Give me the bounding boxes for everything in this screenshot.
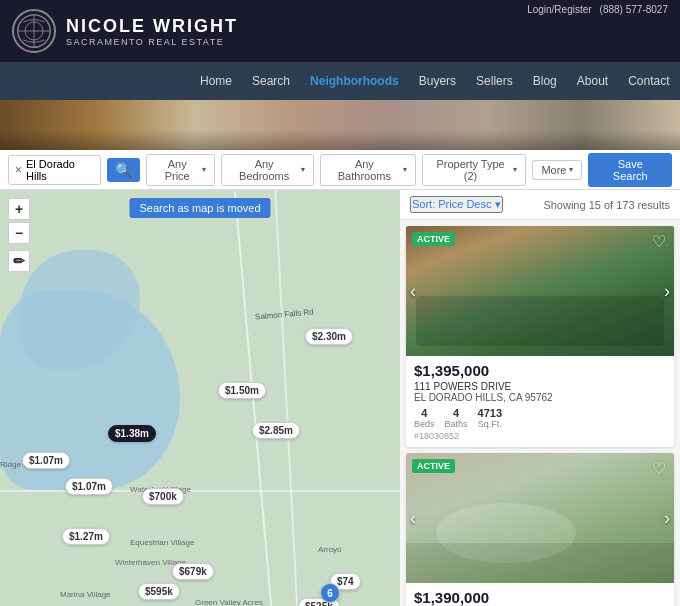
listing-nav-right-2[interactable]: › bbox=[664, 508, 670, 529]
listing-nav-right-1[interactable]: › bbox=[664, 281, 670, 302]
road-label-1: Salmon Falls Rd bbox=[255, 307, 314, 321]
listing-heart-1[interactable]: ♡ bbox=[652, 232, 666, 251]
logo-area: NICOLE WRIGHT SACRAMENTO REAL ESTATE bbox=[12, 9, 238, 53]
listing-card-2[interactable]: ACTIVE ♡ ‹ › $1,390,000 4670 GRESHAM DRI… bbox=[406, 453, 674, 606]
listing-image-1: ACTIVE ♡ ‹ › bbox=[406, 226, 674, 356]
logo-sub: SACRAMENTO REAL ESTATE bbox=[66, 37, 238, 47]
listing-badge-2: ACTIVE bbox=[412, 459, 455, 473]
price-arrow: ▾ bbox=[202, 165, 206, 174]
listing-info-1: $1,395,000 111 POWERS DRIVE EL DORADO HI… bbox=[406, 356, 674, 447]
zoom-in-button[interactable]: + bbox=[8, 198, 30, 220]
nav-item-search[interactable]: Search bbox=[242, 62, 300, 100]
price-bubble-dot-6[interactable]: 6 bbox=[320, 583, 340, 603]
village-label-marina: Marina Village bbox=[60, 590, 111, 599]
type-arrow: ▾ bbox=[513, 165, 517, 174]
filter-property-type[interactable]: Property Type (2) ▾ bbox=[422, 154, 527, 186]
village-label-arroyo: Arroyo bbox=[318, 545, 342, 554]
listing-mls-1: #18030852 bbox=[414, 431, 666, 441]
logo-name: NICOLE WRIGHT bbox=[66, 16, 238, 37]
save-search-button[interactable]: Save Search bbox=[588, 153, 672, 187]
listing-stats-1: 4 Beds 4 Baths 4713 Sq.Ft. bbox=[414, 407, 666, 429]
nav-item-home[interactable]: Home bbox=[190, 62, 242, 100]
listing-info-2: $1,390,000 4670 GRESHAM DRIVE EL DORADO … bbox=[406, 583, 674, 606]
more-arrow: ▾ bbox=[569, 165, 573, 174]
nav-item-contact[interactable]: Contact bbox=[618, 62, 679, 100]
listing-image-2: ACTIVE ♡ ‹ › bbox=[406, 453, 674, 583]
baths-arrow: ▾ bbox=[403, 165, 407, 174]
filter-price[interactable]: Any Price ▾ bbox=[146, 154, 215, 186]
main-nav: Home Search Neighborhoods Buyers Sellers… bbox=[0, 62, 680, 100]
listings-header: Sort: Price Desc ▾ Showing 15 of 173 res… bbox=[400, 190, 680, 220]
price-bubble-107m-1[interactable]: $1.07m bbox=[22, 452, 70, 469]
price-bubble-595k[interactable]: $595k bbox=[138, 583, 180, 600]
price-bubble-679k[interactable]: $679k bbox=[172, 563, 214, 580]
map-controls: + − ✏ bbox=[8, 198, 30, 272]
listing-price-2: $1,390,000 bbox=[414, 589, 666, 606]
nav-item-sellers[interactable]: Sellers bbox=[466, 62, 523, 100]
listing-card-1[interactable]: ACTIVE ♡ ‹ › $1,395,000 111 POWERS DRIVE… bbox=[406, 226, 674, 447]
main-content: Salmon Falls Rd Green Valley Rd Agena Wa… bbox=[0, 190, 680, 606]
listing-nav-left-1[interactable]: ‹ bbox=[410, 281, 416, 302]
filter-bedrooms[interactable]: Any Bedrooms ▾ bbox=[221, 154, 314, 186]
search-as-moved-button[interactable]: Search as map is moved bbox=[129, 198, 270, 218]
price-bubble-127m[interactable]: $1.27m bbox=[62, 528, 110, 545]
logo-icon bbox=[12, 9, 56, 53]
listings-area: Sort: Price Desc ▾ Showing 15 of 173 res… bbox=[400, 190, 680, 606]
sort-button[interactable]: Sort: Price Desc ▾ bbox=[410, 196, 503, 213]
search-bar: × El Dorado Hills 🔍 Any Price ▾ Any Bedr… bbox=[0, 150, 680, 190]
listing-heart-2[interactable]: ♡ bbox=[652, 459, 666, 478]
village-label-equestrian: Equestrian Village bbox=[130, 538, 194, 547]
location-remove[interactable]: × bbox=[15, 163, 22, 177]
beds-arrow: ▾ bbox=[301, 165, 305, 174]
listing-nav-left-2[interactable]: ‹ bbox=[410, 508, 416, 529]
nav-item-neighborhoods[interactable]: Neighborhoods bbox=[300, 62, 409, 100]
listing-baths-1: 4 Baths bbox=[445, 407, 468, 429]
logo-text: NICOLE WRIGHT SACRAMENTO REAL ESTATE bbox=[66, 16, 238, 47]
location-tag: × El Dorado Hills bbox=[8, 155, 101, 185]
price-bubble-107m-2[interactable]: $1.07m bbox=[65, 478, 113, 495]
nav-item-buyers[interactable]: Buyers bbox=[409, 62, 466, 100]
listing-city-1: EL DORADO HILLS, CA 95762 bbox=[414, 392, 666, 403]
price-bubble-230m[interactable]: $2.30m bbox=[305, 328, 353, 345]
filter-bathrooms[interactable]: Any Bathrooms ▾ bbox=[320, 154, 416, 186]
listing-price-1: $1,395,000 bbox=[414, 362, 666, 379]
listing-sqft-1: 4713 Sq.Ft. bbox=[478, 407, 502, 429]
price-bubble-285m[interactable]: $2.85m bbox=[252, 422, 300, 439]
listing-badge-1: ACTIVE bbox=[412, 232, 455, 246]
login-link[interactable]: Login/Register bbox=[527, 4, 591, 15]
map-search-button[interactable]: 🔍 bbox=[107, 158, 140, 182]
price-bubble-138m[interactable]: $1.38m bbox=[108, 425, 156, 442]
phone-number: (888) 577-8027 bbox=[600, 4, 668, 15]
header: NICOLE WRIGHT SACRAMENTO REAL ESTATE Log… bbox=[0, 0, 680, 62]
listing-address-1: 111 POWERS DRIVE bbox=[414, 381, 666, 392]
listing-beds-1: 4 Beds bbox=[414, 407, 435, 429]
hero-strip bbox=[0, 100, 680, 150]
zoom-out-button[interactable]: − bbox=[8, 222, 30, 244]
nav-item-about[interactable]: About bbox=[567, 62, 618, 100]
price-bubble-150m[interactable]: $1.50m bbox=[218, 382, 266, 399]
edit-button[interactable]: ✏ bbox=[8, 250, 30, 272]
price-bubble-700k-1[interactable]: $700k bbox=[142, 488, 184, 505]
nav-item-blog[interactable]: Blog bbox=[523, 62, 567, 100]
header-right: Login/Register (888) 577-8027 bbox=[527, 4, 668, 15]
map-area[interactable]: Salmon Falls Rd Green Valley Rd Agena Wa… bbox=[0, 190, 400, 606]
location-label: El Dorado Hills bbox=[26, 158, 94, 182]
results-count: Showing 15 of 173 results bbox=[543, 199, 670, 211]
village-label-greenvalley: Green Valley Acres bbox=[195, 598, 263, 606]
filter-more[interactable]: More ▾ bbox=[532, 160, 582, 180]
